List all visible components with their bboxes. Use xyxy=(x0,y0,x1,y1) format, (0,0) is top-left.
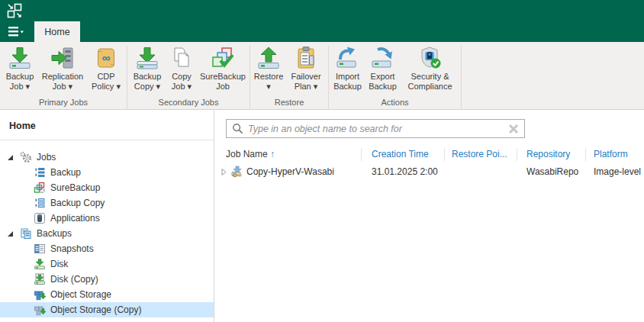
search-input[interactable] xyxy=(248,124,507,134)
restore-icon xyxy=(256,46,281,70)
column-header-platform[interactable]: Platform xyxy=(594,149,628,159)
backup-job-button[interactable]: Backup Job ▾ xyxy=(2,44,38,92)
tree-item-object-storage-copy[interactable]: Object Storage (Copy) xyxy=(0,302,214,317)
cdp-policy-button[interactable]: ∞ CDP Policy ▾ xyxy=(87,44,125,92)
surebackup-job-button[interactable]: SureBackup Job xyxy=(198,44,248,92)
tree-item-label: Applications xyxy=(50,213,100,224)
security-compliance-button[interactable]: Security & Compliance xyxy=(401,44,460,92)
button-label: Copy xyxy=(172,72,192,82)
group-label-restore: Restore xyxy=(250,98,328,107)
disk-icon xyxy=(34,258,46,270)
cdp-policy-icon: ∞ xyxy=(94,46,118,70)
sidebar-divider xyxy=(0,140,214,140)
tree-item-label: Snapshots xyxy=(50,243,94,254)
button-label: Backup xyxy=(369,82,397,92)
copy-job-button[interactable]: Copy Job ▾ xyxy=(166,44,198,92)
main-menu-button[interactable] xyxy=(5,21,27,42)
hamburger-menu-icon xyxy=(8,27,24,37)
tree-item-jobs[interactable]: Jobs xyxy=(0,150,214,165)
backup-copy-job-icon xyxy=(231,166,243,178)
column-separator xyxy=(444,148,445,161)
button-label: Backup xyxy=(134,72,162,82)
button-label: Copy ▾ xyxy=(134,82,160,92)
backup-tree-icon xyxy=(34,166,46,179)
column-header-restore-points[interactable]: Restore Poi... xyxy=(452,149,507,159)
backup-copy-icon xyxy=(135,46,159,70)
tree-item-surebackup[interactable]: SureBackup xyxy=(0,180,214,195)
column-separator xyxy=(517,148,517,161)
backup-copy-button[interactable]: Backup Copy ▾ xyxy=(129,44,166,92)
applications-icon xyxy=(34,212,46,224)
sort-ascending-icon: ↑ xyxy=(270,149,275,159)
button-label: Replication xyxy=(42,72,83,82)
button-label: Export xyxy=(371,72,395,82)
expander-expanded-icon[interactable] xyxy=(6,153,14,161)
tree-item-label: SureBackup xyxy=(50,182,100,193)
copy-job-icon xyxy=(169,46,194,70)
button-label: Security & xyxy=(411,72,449,82)
column-header-creation-time[interactable]: Creation Time xyxy=(372,149,429,159)
column-header-repository[interactable]: Repository xyxy=(526,149,570,159)
tree-item-label: Backup Copy xyxy=(50,198,105,208)
ribbon: Backup Job ▾ Replication Job ▾ xyxy=(0,42,644,110)
tree-item-label: Object Storage (Copy) xyxy=(50,304,141,315)
replication-job-button[interactable]: Replication Job ▾ xyxy=(38,44,87,92)
search-icon xyxy=(232,123,243,134)
group-label-secondary-jobs: Secondary Jobs xyxy=(127,98,250,107)
export-backup-icon xyxy=(371,46,395,70)
tree-item-backups[interactable]: Backups xyxy=(0,226,214,241)
column-header-job-name[interactable]: Job Name ↑ xyxy=(226,149,275,159)
tree-item-disk[interactable]: Disk xyxy=(0,256,214,272)
button-label: CDP xyxy=(97,72,114,82)
cell-job-name: Copy-HyperV-Wasabi xyxy=(246,166,334,177)
main-pane: Job Name ↑ Creation Time Restore Poi... … xyxy=(215,110,644,322)
tab-home[interactable]: Home xyxy=(34,21,80,42)
ribbon-group-restore: Restore ▾ Failover Plan ▾ xyxy=(250,42,328,109)
tree-item-backup[interactable]: Backup xyxy=(0,165,214,180)
failover-plan-icon xyxy=(294,46,318,70)
button-label: ▾ xyxy=(266,82,271,92)
tree-item-applications[interactable]: Applications xyxy=(0,211,214,226)
row-expander-collapsed-icon[interactable] xyxy=(220,168,228,176)
cell-repository: WasabiRepo xyxy=(526,166,578,177)
column-separator xyxy=(585,148,586,161)
import-backup-button[interactable]: Import Backup xyxy=(330,44,365,92)
tree-item-label: Backup xyxy=(50,167,81,178)
button-label: Restore xyxy=(254,72,284,82)
tree-item-label: Object Storage xyxy=(50,289,111,300)
table-row-copy-hyperv-wasabi[interactable]: Copy-HyperV-Wasabi 31.01.2025 2:00 Wasab… xyxy=(215,164,644,181)
button-label: Policy ▾ xyxy=(92,82,121,92)
expander-expanded-icon[interactable] xyxy=(6,230,14,237)
tree-item-label: Backups xyxy=(37,228,72,239)
button-label: Job ▾ xyxy=(10,82,30,92)
navigation-sidebar: Home Jobs Backup xyxy=(0,110,214,322)
restore-button[interactable]: Restore ▾ xyxy=(252,44,285,92)
ribbon-group-secondary-jobs: Backup Copy ▾ Copy Job ▾ xyxy=(127,42,250,109)
object-storage-copy-icon xyxy=(34,304,46,316)
export-backup-button[interactable]: Export Backup xyxy=(365,44,401,92)
tree-item-backup-copy[interactable]: Backup Copy xyxy=(0,195,214,211)
backup-copy-tree-icon xyxy=(34,197,46,209)
group-label-actions: Actions xyxy=(329,98,461,107)
clear-icon[interactable] xyxy=(507,123,520,135)
failover-plan-button[interactable]: Failover Plan ▾ xyxy=(285,44,327,92)
ribbon-group-actions: Import Backup Export Backup xyxy=(329,42,461,109)
button-label: Job xyxy=(216,82,230,92)
button-label: Job ▾ xyxy=(172,82,192,92)
disk-copy-icon xyxy=(34,273,46,285)
backups-icon xyxy=(20,227,32,240)
button-label: Plan ▾ xyxy=(295,82,318,92)
object-storage-icon xyxy=(34,288,46,301)
tree-item-label: Disk (Copy) xyxy=(50,274,98,285)
replication-job-icon xyxy=(50,46,75,70)
search-box xyxy=(226,119,525,138)
button-label: SureBackup xyxy=(200,72,246,82)
title-bar xyxy=(0,0,644,21)
backup-job-icon xyxy=(8,46,32,70)
sidebar-header-home: Home xyxy=(0,110,214,131)
veeam-console-window: Home Backup Job ▾ xyxy=(0,0,644,322)
tree-item-label: Jobs xyxy=(37,152,56,163)
tree-item-snapshots[interactable]: Snapshots xyxy=(0,241,214,256)
tree-item-object-storage[interactable]: Object Storage xyxy=(0,287,214,302)
tree-item-disk-copy[interactable]: Disk (Copy) xyxy=(0,272,214,287)
